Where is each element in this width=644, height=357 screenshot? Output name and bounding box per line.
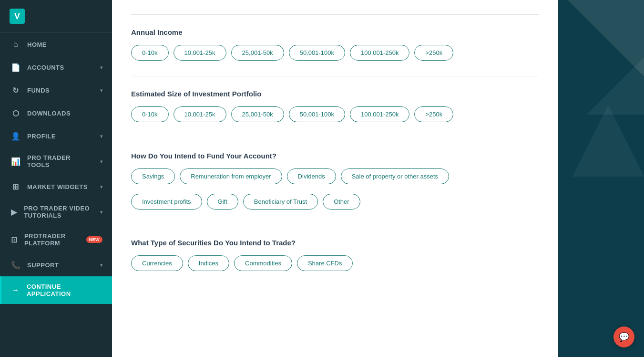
income-option-3[interactable]: 50,001-100k xyxy=(289,45,345,61)
fund-account-label: How Do You Intend to Fund Your Account? xyxy=(131,152,539,160)
portfolio-option-2[interactable]: 25,001-50k xyxy=(231,106,284,122)
sidebar-item-market-widgets[interactable]: ⊞ MARKET WIDGETS ▾ xyxy=(0,175,112,198)
sidebar-item-continue-application[interactable]: → CONTINUE APPLICATION xyxy=(0,276,112,304)
annual-income-section: Annual Income 0-10k 10,001-25k 25,001-50… xyxy=(131,28,539,61)
profile-icon: 👤 xyxy=(11,131,20,141)
main-content: Annual Income 0-10k 10,001-25k 25,001-50… xyxy=(112,0,558,357)
chevron-down-icon: ▾ xyxy=(100,262,103,268)
fund-account-options-row2: Investment profits Gift Beneficiary of T… xyxy=(131,194,539,210)
sidebar-item-support[interactable]: 📞 SUPPORT ▾ xyxy=(0,253,112,276)
video-tutorials-icon: ▶ xyxy=(11,207,17,217)
income-option-1[interactable]: 10,001-25k xyxy=(174,45,226,61)
fund-option-dividends[interactable]: Dividends xyxy=(287,168,336,184)
chat-icon: 💬 xyxy=(619,332,629,342)
fund-option-sale-property[interactable]: Sale of property or other assets xyxy=(341,168,449,184)
securities-option-indices[interactable]: Indices xyxy=(188,255,229,271)
protrader-platform-icon: ⊡ xyxy=(11,235,18,244)
new-badge: NEW xyxy=(86,236,103,243)
sidebar-item-label: PROTRADER PLATFORM xyxy=(24,232,80,247)
sidebar-item-label: DOWNLOADS xyxy=(27,110,71,117)
sidebar: V ⌂ HOME 📄 ACCOUNTS ▾ ↻ FUNDS ▾ ⬡ DOWNLO… xyxy=(0,0,112,357)
portfolio-option-0[interactable]: 0-10k xyxy=(131,106,169,122)
decorative-shape-1 xyxy=(568,0,644,76)
portfolio-option-1[interactable]: 10,001-25k xyxy=(174,106,226,122)
chat-button[interactable]: 💬 xyxy=(613,326,634,347)
securities-option-share-cfds[interactable]: Share CFDs xyxy=(297,255,353,271)
sidebar-item-label: MARKET WIDGETS xyxy=(27,183,88,190)
spacer xyxy=(131,137,539,152)
sidebar-navigation: ⌂ HOME 📄 ACCOUNTS ▾ ↻ FUNDS ▾ ⬡ DOWNLOAD… xyxy=(0,33,112,357)
portfolio-option-3[interactable]: 50,001-100k xyxy=(289,106,345,122)
sidebar-item-label: PRO TRADER TOOLS xyxy=(27,154,93,168)
chevron-down-icon: ▾ xyxy=(100,134,103,139)
decorative-shape-3 xyxy=(572,105,644,177)
chevron-down-icon: ▾ xyxy=(100,210,103,215)
sidebar-item-accounts[interactable]: 📄 ACCOUNTS ▾ xyxy=(0,56,112,79)
sidebar-item-label: SUPPORT xyxy=(27,262,59,269)
fund-option-gift[interactable]: Gift xyxy=(207,194,238,210)
sidebar-item-label: CONTINUE APPLICATION xyxy=(27,283,102,297)
sidebar-item-home[interactable]: ⌂ HOME xyxy=(0,33,112,56)
accounts-icon: 📄 xyxy=(11,63,20,72)
sidebar-item-label: ACCOUNTS xyxy=(27,64,64,71)
fund-option-remuneration[interactable]: Remuneration from employer xyxy=(180,168,282,184)
sidebar-item-pro-trader-video[interactable]: ▶ PRO TRADER VIDEO TUTORIALS ▾ xyxy=(0,198,112,226)
support-icon: 📞 xyxy=(11,260,20,270)
income-option-5[interactable]: >250k xyxy=(414,45,453,61)
chevron-down-icon: ▾ xyxy=(100,159,103,164)
sidebar-item-funds[interactable]: ↻ FUNDS ▾ xyxy=(0,79,112,102)
right-decorative-panel xyxy=(558,0,644,357)
continue-application-icon: → xyxy=(11,285,20,295)
chevron-down-icon: ▾ xyxy=(100,65,103,70)
fund-option-savings[interactable]: Savings xyxy=(131,168,175,184)
funds-icon: ↻ xyxy=(11,85,20,95)
top-divider xyxy=(131,14,539,15)
fund-account-options-row1: Savings Remuneration from employer Divid… xyxy=(131,168,539,184)
downloads-icon: ⬡ xyxy=(11,108,20,118)
income-option-2[interactable]: 25,001-50k xyxy=(231,45,284,61)
sidebar-item-label: HOME xyxy=(27,41,47,48)
decorative-shapes xyxy=(558,0,644,357)
mid-divider-1 xyxy=(131,76,539,76)
pro-trader-tools-icon: 📊 xyxy=(11,157,20,166)
sidebar-item-label: PRO TRADER VIDEO TUTORIALS xyxy=(24,205,93,219)
market-widgets-icon: ⊞ xyxy=(11,182,20,191)
sidebar-item-protrader-platform[interactable]: ⊡ PROTRADER PLATFORM NEW xyxy=(0,226,112,253)
portfolio-option-4[interactable]: 100,001-250k xyxy=(350,106,410,122)
mid-divider-2 xyxy=(131,225,539,225)
income-option-0[interactable]: 0-10k xyxy=(131,45,169,61)
securities-option-currencies[interactable]: Currencies xyxy=(131,255,183,271)
investment-portfolio-options: 0-10k 10,001-25k 25,001-50k 50,001-100k … xyxy=(131,106,539,122)
securities-options: Currencies Indices Commodities Share CFD… xyxy=(131,255,539,271)
investment-portfolio-label: Estimated Size of Investment Portfolio xyxy=(131,90,539,98)
sidebar-item-downloads[interactable]: ⬡ DOWNLOADS xyxy=(0,102,112,125)
sidebar-item-pro-trader-tools[interactable]: 📊 PRO TRADER TOOLS ▾ xyxy=(0,147,112,175)
fund-option-beneficiary[interactable]: Beneficiary of Trust xyxy=(243,194,318,210)
annual-income-label: Annual Income xyxy=(131,28,539,36)
securities-option-commodities[interactable]: Commodities xyxy=(234,255,292,271)
sidebar-item-profile[interactable]: 👤 PROFILE ▾ xyxy=(0,125,112,147)
sidebar-item-label: FUNDS xyxy=(27,87,50,94)
logo-icon: V xyxy=(10,9,25,24)
home-icon: ⌂ xyxy=(11,40,20,49)
investment-portfolio-section: Estimated Size of Investment Portfolio 0… xyxy=(131,90,539,122)
decorative-shape-2 xyxy=(587,57,644,115)
chevron-down-icon: ▾ xyxy=(100,88,103,93)
fund-option-other[interactable]: Other xyxy=(323,194,360,210)
income-option-4[interactable]: 100,001-250k xyxy=(350,45,410,61)
securities-section: What Type of Securities Do You Intend to… xyxy=(131,239,539,271)
fund-option-investment-profits[interactable]: Investment profits xyxy=(131,194,202,210)
chevron-down-icon: ▾ xyxy=(100,184,103,189)
annual-income-options: 0-10k 10,001-25k 25,001-50k 50,001-100k … xyxy=(131,45,539,61)
portfolio-option-5[interactable]: >250k xyxy=(414,106,453,122)
sidebar-logo: V xyxy=(0,0,112,33)
sidebar-item-label: PROFILE xyxy=(27,133,56,140)
fund-account-section: How Do You Intend to Fund Your Account? … xyxy=(131,152,539,210)
securities-label: What Type of Securities Do You Intend to… xyxy=(131,239,539,247)
